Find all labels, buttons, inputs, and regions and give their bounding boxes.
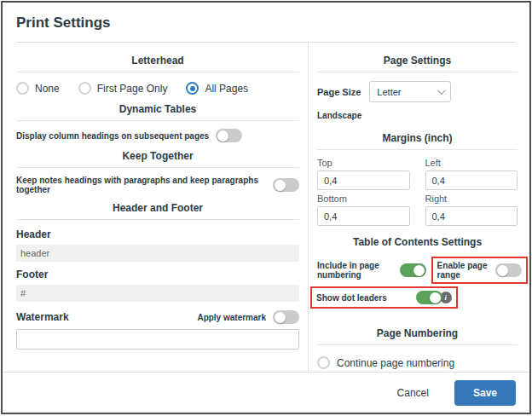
show-dot-leaders-highlight: Show dot leaders i [310, 286, 458, 309]
margin-left-field: Left [425, 158, 518, 190]
dynamic-tables-row: Display column headings on subsequent pa… [16, 123, 299, 148]
keep-together-toggle-label: Keep notes headings with paragraphs and … [16, 176, 266, 194]
page-title: Print Settings [3, 3, 529, 42]
right-column: Page Settings Page Size Letter Landscape… [308, 43, 529, 414]
include-page-numbering-label: Include in page numbering [317, 261, 395, 280]
save-button[interactable]: Save [454, 380, 516, 406]
margin-left-input[interactable] [425, 170, 518, 190]
print-settings-dialog: Print Settings Letterhead None First Pag… [1, 1, 531, 414]
header-input[interactable] [16, 245, 299, 262]
chevron-down-icon [437, 86, 446, 95]
letterhead-heading: Letterhead [16, 48, 299, 72]
toc-settings-heading: Table of Contents Settings [317, 229, 518, 253]
footer-input[interactable] [16, 285, 299, 302]
show-dot-leaders-toggle[interactable] [416, 291, 442, 304]
footer-label: Footer [16, 262, 299, 285]
margin-top-field: Top [317, 158, 410, 190]
radio-label: First Page Only [97, 83, 168, 95]
margin-left-label: Left [425, 158, 518, 170]
continue-page-numbering-option[interactable]: Continue page numbering [317, 352, 518, 373]
margin-right-input[interactable] [425, 206, 518, 226]
include-page-numbering-group: Include in page numbering [317, 261, 426, 280]
apply-watermark-toggle[interactable] [273, 310, 299, 324]
radio-label: None [35, 83, 60, 95]
toggle-knob [413, 265, 425, 276]
include-page-numbering-toggle[interactable] [400, 263, 426, 277]
apply-watermark-label: Apply watermark [197, 313, 266, 322]
enable-page-range-highlight: Enable page range [431, 257, 528, 284]
toc-row-1: Include in page numbering Enable page ra… [317, 257, 518, 284]
margin-top-input[interactable] [317, 170, 410, 190]
margins-heading: Margins (inch) [317, 125, 518, 150]
header-footer-heading: Header and Footer [16, 200, 299, 220]
page-size-label: Page Size [317, 87, 361, 97]
margin-bottom-field: Bottom [317, 194, 410, 226]
toggle-knob [430, 292, 441, 303]
page-size-row: Page Size Letter [317, 74, 518, 107]
column-headings-toggle[interactable] [216, 129, 242, 142]
left-column: Letterhead None First Page Only All Page… [3, 43, 308, 414]
margin-right-field: Right [425, 194, 518, 226]
enable-page-range-toggle[interactable] [495, 263, 522, 277]
radio-icon[interactable] [16, 82, 29, 95]
watermark-row: Watermark Apply watermark [16, 302, 299, 329]
page-size-select[interactable]: Letter [369, 81, 451, 102]
show-dot-leaders-label: Show dot leaders [316, 293, 387, 303]
keep-together-heading: Keep Together [16, 148, 299, 168]
radio-icon[interactable] [317, 356, 330, 369]
keep-together-row: Keep notes headings with paragraphs and … [16, 170, 299, 200]
toggle-knob [217, 130, 228, 142]
page-size-value: Letter [377, 87, 401, 97]
dialog-body: Letterhead None First Page Only All Page… [3, 43, 529, 414]
radio-icon[interactable] [78, 82, 91, 95]
radio-label: Continue page numbering [337, 357, 454, 369]
radio-label: All Pages [205, 83, 248, 95]
letterhead-option-first-page-only[interactable]: First Page Only [78, 82, 168, 95]
letterhead-option-none[interactable]: None [16, 82, 60, 95]
toc-rows: Include in page numbering Enable page ra… [317, 257, 518, 309]
watermark-input[interactable] [16, 329, 299, 350]
margin-bottom-label: Bottom [317, 194, 410, 206]
dialog-footer: Cancel Save [3, 372, 529, 413]
page-settings-heading: Page Settings [317, 48, 518, 72]
cancel-button[interactable]: Cancel [397, 387, 429, 399]
watermark-label: Watermark [16, 311, 69, 323]
letterhead-options: None First Page Only All Pages [16, 74, 299, 101]
toggle-knob [275, 180, 286, 191]
landscape-label: Landscape [317, 107, 518, 125]
dot-leaders-toggle-group: i [416, 291, 452, 304]
radio-selected-icon[interactable] [186, 82, 199, 95]
letterhead-option-all-pages[interactable]: All Pages [186, 82, 248, 95]
toggle-knob [275, 312, 286, 323]
dynamic-tables-toggle-label: Display column headings on subsequent pa… [16, 131, 209, 141]
toggle-knob [497, 265, 508, 276]
header-label: Header [16, 222, 299, 245]
margin-right-label: Right [425, 194, 518, 206]
margin-bottom-input[interactable] [317, 206, 410, 226]
keep-together-toggle[interactable] [273, 178, 299, 192]
enable-page-range-label: Enable page range [437, 261, 489, 280]
page-numbering-heading: Page Numbering [317, 321, 518, 345]
margins-grid: Top Left Bottom Right [317, 152, 518, 229]
apply-watermark-group: Apply watermark [197, 310, 299, 324]
dynamic-tables-heading: Dynamic Tables [16, 101, 299, 121]
margin-top-label: Top [317, 158, 410, 170]
